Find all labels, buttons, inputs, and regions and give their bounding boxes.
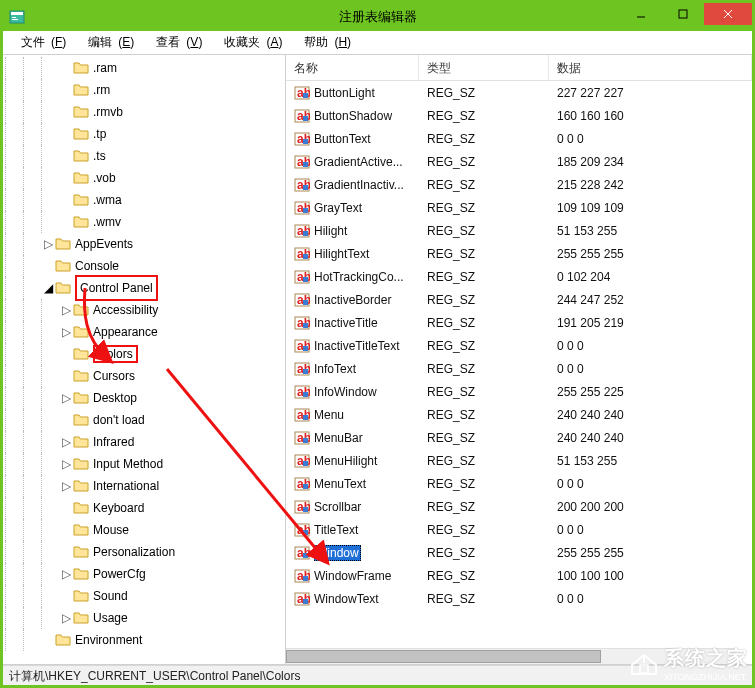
column-name-header[interactable]: 名称	[286, 55, 419, 80]
expander-open-icon[interactable]: ◢	[41, 281, 55, 295]
tree-item[interactable]: ▷Environment	[5, 629, 283, 651]
expander-closed-icon[interactable]: ▷	[59, 325, 73, 339]
value-data: 244 247 252	[549, 293, 752, 307]
expander-closed-icon[interactable]: ▷	[59, 391, 73, 405]
tree-item[interactable]: ▷.ram	[5, 57, 283, 79]
tree-item-label: Environment	[75, 629, 142, 651]
list-row[interactable]: abGrayTextREG_SZ109 109 109	[286, 196, 752, 219]
list-row[interactable]: abTitleTextREG_SZ0 0 0	[286, 518, 752, 541]
folder-icon	[73, 324, 89, 340]
tree-item[interactable]: ▷don't load	[5, 409, 283, 431]
maximize-button[interactable]	[662, 3, 704, 25]
folder-icon	[73, 302, 89, 318]
tree-item[interactable]: ▷Keyboard	[5, 497, 283, 519]
tree-item[interactable]: ▷Colors	[5, 343, 283, 365]
tree-item[interactable]: ▷Cursors	[5, 365, 283, 387]
list-row[interactable]: abHilightTextREG_SZ255 255 255	[286, 242, 752, 265]
menu-file[interactable]: 文件(F)	[9, 31, 72, 54]
svg-rect-46	[303, 369, 308, 374]
value-data: 0 0 0	[549, 592, 752, 606]
expander-closed-icon[interactable]: ▷	[41, 237, 55, 251]
tree-item-control-panel[interactable]: ◢Control Panel	[5, 277, 283, 299]
tree-item[interactable]: ▷.ts	[5, 145, 283, 167]
list-row[interactable]: abHilightREG_SZ51 153 255	[286, 219, 752, 242]
list-row[interactable]: abMenuTextREG_SZ0 0 0	[286, 472, 752, 495]
tree-item[interactable]: ▷Input Method	[5, 453, 283, 475]
folder-icon	[55, 632, 71, 648]
list-row[interactable]: abInfoTextREG_SZ0 0 0	[286, 357, 752, 380]
list-row[interactable]: abGradientInactiv...REG_SZ215 228 242	[286, 173, 752, 196]
list-row[interactable]: abWindowFrameREG_SZ100 100 100	[286, 564, 752, 587]
expander-closed-icon[interactable]: ▷	[59, 457, 73, 471]
menu-edit[interactable]: 编辑(E)	[76, 31, 140, 54]
value-name: HilightText	[314, 247, 369, 261]
list-row[interactable]: abButtonShadowREG_SZ160 160 160	[286, 104, 752, 127]
tree-item-label: Mouse	[93, 519, 129, 541]
menu-favorites[interactable]: 收藏夹(A)	[212, 31, 288, 54]
string-value-icon: ab	[294, 85, 310, 101]
list-row[interactable]: abWindowREG_SZ255 255 255	[286, 541, 752, 564]
close-button[interactable]	[704, 3, 752, 25]
tree-item[interactable]: ▷.tp	[5, 123, 283, 145]
tree-item-label: .ram	[93, 57, 117, 79]
tree-item-label: .wma	[93, 189, 122, 211]
list-row[interactable]: abButtonTextREG_SZ0 0 0	[286, 127, 752, 150]
list-row[interactable]: abMenuHilightREG_SZ51 153 255	[286, 449, 752, 472]
minimize-button[interactable]	[620, 3, 662, 25]
tree-item[interactable]: ▷Console	[5, 255, 283, 277]
tree-item[interactable]: ▷.vob	[5, 167, 283, 189]
expander-closed-icon[interactable]: ▷	[59, 435, 73, 449]
menu-help[interactable]: 帮助(H)	[292, 31, 357, 54]
list-row[interactable]: abInfoWindowREG_SZ255 255 225	[286, 380, 752, 403]
list-row[interactable]: abMenuBarREG_SZ240 240 240	[286, 426, 752, 449]
menu-view[interactable]: 查看(V)	[144, 31, 208, 54]
list-pane: 名称 类型 数据 abButtonLightREG_SZ227 227 227a…	[286, 55, 752, 664]
tree-item[interactable]: ▷Personalization	[5, 541, 283, 563]
tree-item[interactable]: ▷Desktop	[5, 387, 283, 409]
tree-item[interactable]: ▷PowerCfg	[5, 563, 283, 585]
tree-item-label: AppEvents	[75, 233, 133, 255]
tree-item[interactable]: ▷.wma	[5, 189, 283, 211]
svg-rect-13	[303, 116, 308, 121]
tree-item[interactable]: ▷Sound	[5, 585, 283, 607]
string-value-icon: ab	[294, 200, 310, 216]
list-row[interactable]: abWindowTextREG_SZ0 0 0	[286, 587, 752, 610]
list-row[interactable]: abInactiveBorderREG_SZ244 247 252	[286, 288, 752, 311]
svg-rect-67	[303, 530, 308, 535]
list-row[interactable]: abButtonLightREG_SZ227 227 227	[286, 81, 752, 104]
list-view[interactable]: abButtonLightREG_SZ227 227 227abButtonSh…	[286, 81, 752, 648]
column-data-header[interactable]: 数据	[549, 55, 752, 80]
value-type: REG_SZ	[419, 523, 549, 537]
list-row[interactable]: abInactiveTitleREG_SZ191 205 219	[286, 311, 752, 334]
list-row[interactable]: abInactiveTitleTextREG_SZ0 0 0	[286, 334, 752, 357]
tree-item-label: don't load	[93, 409, 145, 431]
expander-closed-icon[interactable]: ▷	[59, 303, 73, 317]
tree-item[interactable]: ▷Usage	[5, 607, 283, 629]
list-row[interactable]: abHotTrackingCo...REG_SZ0 102 204	[286, 265, 752, 288]
value-type: REG_SZ	[419, 339, 549, 353]
tree-item[interactable]: ▷AppEvents	[5, 233, 283, 255]
list-row[interactable]: abScrollbarREG_SZ200 200 200	[286, 495, 752, 518]
tree-item[interactable]: ▷Appearance	[5, 321, 283, 343]
svg-rect-40	[303, 323, 308, 328]
scrollbar-thumb[interactable]	[286, 650, 601, 663]
tree-view[interactable]: ▷.ram▷.rm▷.rmvb▷.tp▷.ts▷.vob▷.wma▷.wmv▷A…	[5, 57, 283, 662]
tree-item[interactable]: ▷.wmv	[5, 211, 283, 233]
tree-item[interactable]: ▷Accessibility	[5, 299, 283, 321]
tree-item[interactable]: ▷Infrared	[5, 431, 283, 453]
expander-closed-icon[interactable]: ▷	[59, 567, 73, 581]
list-row[interactable]: abMenuREG_SZ240 240 240	[286, 403, 752, 426]
tree-item[interactable]: ▷International	[5, 475, 283, 497]
expander-closed-icon[interactable]: ▷	[59, 611, 73, 625]
svg-rect-31	[303, 254, 308, 259]
tree-item[interactable]: ▷.rmvb	[5, 101, 283, 123]
value-data: 200 200 200	[549, 500, 752, 514]
column-type-header[interactable]: 类型	[419, 55, 549, 80]
value-type: REG_SZ	[419, 270, 549, 284]
titlebar[interactable]: 注册表编辑器	[3, 3, 752, 31]
horizontal-scrollbar[interactable]	[286, 648, 736, 664]
list-row[interactable]: abGradientActive...REG_SZ185 209 234	[286, 150, 752, 173]
expander-closed-icon[interactable]: ▷	[59, 479, 73, 493]
tree-item[interactable]: ▷Mouse	[5, 519, 283, 541]
tree-item[interactable]: ▷.rm	[5, 79, 283, 101]
